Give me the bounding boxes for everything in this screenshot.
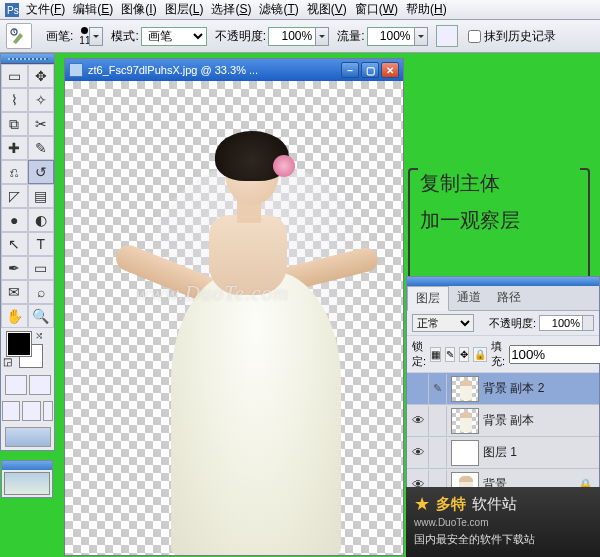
lock-all-icon[interactable]: 🔒 (473, 347, 487, 362)
menu-image[interactable]: 图像(I) (119, 1, 158, 18)
opacity-input[interactable] (268, 27, 316, 46)
menu-layer[interactable]: 图层(L) (163, 1, 206, 18)
menu-edit[interactable]: 编辑(E) (71, 1, 115, 18)
link-toggle[interactable] (429, 406, 447, 436)
layer-row[interactable]: 👁 背景 副本 (407, 405, 599, 437)
panel-opacity-input[interactable] (539, 315, 583, 331)
eyedrop-tool[interactable]: ⌕ (28, 280, 55, 304)
maximize-button[interactable]: ▢ (361, 62, 379, 78)
layer-thumb[interactable] (451, 408, 479, 434)
canvas[interactable]: www.DuoTe.com (65, 81, 403, 555)
lock-paint-icon[interactable]: ✎ (445, 347, 455, 362)
panel-grip[interactable] (407, 277, 599, 286)
dodge-tool[interactable]: ◐ (28, 208, 55, 232)
image-window: zt6_Fsc97dlPuhsX.jpg @ 33.3% ... – ▢ ✕ w… (64, 58, 404, 556)
history-checkbox[interactable]: 抹到历史记录 (468, 28, 556, 45)
close-button[interactable]: ✕ (381, 62, 399, 78)
lock-move-icon[interactable]: ✥ (459, 347, 469, 362)
minimize-button[interactable]: – (341, 62, 359, 78)
flow-input[interactable] (367, 27, 415, 46)
toolbox-grip[interactable] (1, 54, 54, 64)
flow-label: 流量: (337, 28, 364, 45)
lasso-tool[interactable]: ⌇ (1, 88, 28, 112)
visibility-toggle[interactable]: 👁 (409, 406, 429, 436)
link-toggle[interactable]: ✎ (429, 374, 447, 404)
notes-tool[interactable]: ✉ (1, 280, 28, 304)
menu-window[interactable]: 窗口(W) (353, 1, 400, 18)
brush-label: 画笔: (46, 28, 73, 45)
gradient-tool[interactable]: ▤ (28, 184, 55, 208)
app-icon: Ps (4, 2, 20, 18)
layer-name: 图层 1 (483, 444, 517, 461)
layer-thumb[interactable] (451, 440, 479, 466)
layer-row[interactable]: ✎ 背景 副本 2 (407, 373, 599, 405)
pen-tool[interactable]: ✒ (1, 256, 28, 280)
history-brush-icon[interactable] (6, 23, 32, 49)
layer-name: 背景 副本 (483, 412, 534, 429)
swap-colors-icon[interactable]: ⤭ (35, 330, 43, 341)
layer-list: ✎ 背景 副本 2 👁 背景 副本 👁 图层 1 👁 背景 🔒 (407, 373, 599, 501)
svg-text:Ps: Ps (7, 5, 19, 16)
window-titlebar[interactable]: zt6_Fsc97dlPuhsX.jpg @ 33.3% ... – ▢ ✕ (65, 59, 403, 81)
opacity-dropdown[interactable] (315, 27, 329, 46)
navigator-mini[interactable] (1, 460, 53, 498)
tab-layers[interactable]: 图层 (407, 286, 449, 311)
tab-paths[interactable]: 路径 (489, 286, 529, 310)
mode-select[interactable]: 画笔 (141, 27, 207, 46)
move-tool[interactable]: ✥ (28, 64, 55, 88)
heal-tool[interactable]: ✚ (1, 136, 28, 160)
annotation-line2: 加一观察层 (420, 207, 520, 234)
stamp-tool[interactable]: ⎌ (1, 160, 28, 184)
screen-std[interactable] (2, 401, 20, 421)
menu-select[interactable]: 选择(S) (209, 1, 253, 18)
shape-tool[interactable]: ▭ (28, 256, 55, 280)
annotation-line1: 复制主体 (420, 170, 520, 197)
screen-full-menu[interactable] (22, 401, 40, 421)
zoom-tool[interactable]: 🔍 (28, 304, 55, 328)
panel-opacity-drop[interactable] (582, 315, 594, 331)
color-wells[interactable]: ⤭ ◲ (1, 328, 54, 372)
tab-channels[interactable]: 通道 (449, 286, 489, 310)
fill-label: 填充: (491, 339, 505, 369)
eraser-tool[interactable]: ◸ (1, 184, 28, 208)
blend-mode-select[interactable]: 正常 (412, 314, 474, 332)
visibility-toggle[interactable] (409, 374, 429, 404)
layer-name: 背景 副本 2 (483, 380, 544, 397)
airbrush-toggle[interactable] (436, 25, 458, 47)
panel-opacity-label: 不透明度: (489, 316, 536, 331)
lock-trans-icon[interactable]: ▦ (430, 347, 441, 362)
annotation-text: 复制主体 加一观察层 (420, 170, 520, 244)
brush-dropdown[interactable] (89, 27, 103, 46)
options-bar: 画笔: 11 模式: 画笔 不透明度: 流量: 抹到历史记录 (0, 20, 600, 53)
wand-tool[interactable]: ✧ (28, 88, 55, 112)
menu-file[interactable]: 文件(F) (24, 1, 67, 18)
hand-tool[interactable]: ✋ (1, 304, 28, 328)
foreground-color[interactable] (7, 332, 31, 356)
flow-dropdown[interactable] (414, 27, 428, 46)
visibility-toggle[interactable]: 👁 (409, 438, 429, 468)
screen-full[interactable] (43, 401, 53, 421)
history-brush-tool[interactable]: ↺ (28, 160, 55, 184)
fill-input[interactable] (509, 345, 600, 364)
slice-tool[interactable]: ✂ (28, 112, 55, 136)
blur-tool[interactable]: ● (1, 208, 28, 232)
standard-mode[interactable] (5, 375, 27, 395)
quickmask-mode[interactable] (29, 375, 51, 395)
jump-to-ir[interactable] (5, 427, 51, 447)
brand-suffix: 软件站 (472, 495, 517, 514)
opacity-label: 不透明度: (215, 28, 266, 45)
layer-row[interactable]: 👁 图层 1 (407, 437, 599, 469)
site-footer: ★ 多特软件站 www.DuoTe.com 国内最安全的软件下载站 (406, 487, 600, 557)
menu-view[interactable]: 视图(V) (305, 1, 349, 18)
mode-label: 模式: (111, 28, 138, 45)
type-tool[interactable]: T (28, 232, 55, 256)
path-tool[interactable]: ↖ (1, 232, 28, 256)
brush-tool[interactable]: ✎ (28, 136, 55, 160)
marquee-tool[interactable]: ▭ (1, 64, 28, 88)
layer-thumb[interactable] (451, 376, 479, 402)
crop-tool[interactable]: ⧉ (1, 112, 28, 136)
menu-filter[interactable]: 滤镜(T) (257, 1, 300, 18)
link-toggle[interactable] (429, 438, 447, 468)
default-colors-icon[interactable]: ◲ (3, 356, 12, 367)
menu-help[interactable]: 帮助(H) (404, 1, 449, 18)
